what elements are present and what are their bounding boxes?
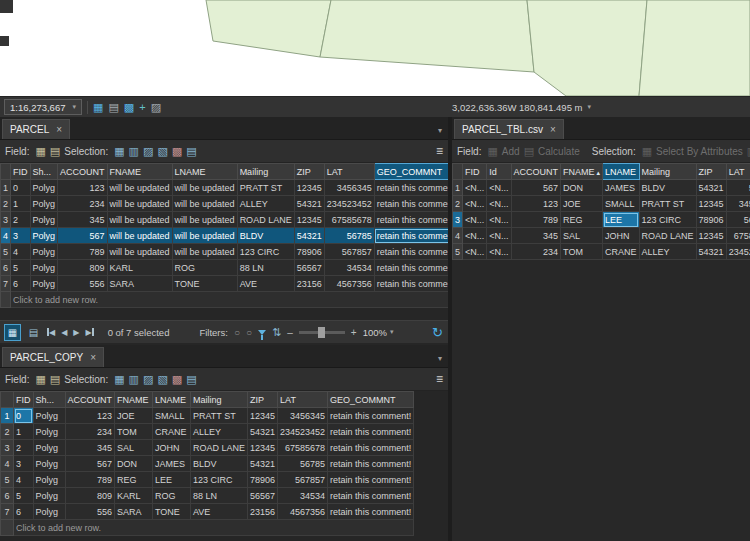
cell-LAT[interactable]: 56785 (278, 456, 328, 472)
column-header-LAT[interactable]: LAT (324, 164, 374, 180)
cell-LAT[interactable]: 3456345 (278, 408, 328, 424)
cell-LAT[interactable]: 67585678 (726, 228, 750, 244)
cell-LNAME[interactable]: SMALL (153, 408, 191, 424)
cell-Sh...[interactable]: Polyg (33, 456, 65, 472)
cell-ZIP[interactable]: 12345 (294, 180, 324, 196)
cell-FID[interactable]: <N... (463, 244, 487, 260)
cell-ZIP[interactable]: 56567 (248, 488, 278, 504)
table-menu-icon[interactable]: ≡ (436, 372, 443, 386)
column-header-LAT[interactable]: LAT (726, 164, 750, 180)
cell-ZIP[interactable]: 78906 (294, 244, 324, 260)
cell-LNAME[interactable]: TONE (153, 504, 191, 520)
cell-ZIP[interactable]: 12345 (696, 196, 726, 212)
cell-FID[interactable]: 6 (11, 276, 31, 292)
cell-Sh...[interactable]: Polyg (33, 504, 65, 520)
zoom-to-selection-icon[interactable]: ▥ (129, 374, 139, 385)
cell-Mailing[interactable]: PRATT ST (639, 196, 696, 212)
cell-LNAME[interactable]: CRANE (603, 244, 640, 260)
cell-LAT[interactable]: 234523452 (278, 424, 328, 440)
cell-FNAME[interactable]: SARA (115, 504, 153, 520)
zoom-level-dropdown[interactable]: 100% ▾ (363, 327, 394, 338)
cell-FNAME[interactable]: JOE (561, 196, 603, 212)
edit-filter-toggle-icon[interactable]: ○ (246, 327, 252, 338)
row-header[interactable]: 4 (1, 456, 14, 472)
cell-LNAME[interactable]: TONE (172, 276, 237, 292)
row-header[interactable]: 3 (1, 212, 11, 228)
cell-ACCOUNT[interactable]: 567 (58, 228, 108, 244)
cell-FNAME[interactable]: KARL (107, 260, 172, 276)
row-header[interactable]: 7 (1, 504, 14, 520)
cell-GEO_COMMNT[interactable]: retain this comment! (328, 456, 414, 472)
cell-LAT[interactable]: 4567356 (324, 276, 374, 292)
cell-ACCOUNT[interactable]: 567 (65, 456, 115, 472)
cell-Sh...[interactable]: Polyg (30, 276, 58, 292)
cell-LAT[interactable]: 34534 (278, 488, 328, 504)
parcel-polygon[interactable] (639, 0, 750, 96)
form-view-icon[interactable]: ▤ (26, 325, 41, 340)
copy-selection-icon[interactable]: ▤ (186, 374, 196, 385)
cell-GEO_COMMNT[interactable]: retain this comment! (328, 504, 414, 520)
cell-FID[interactable]: 3 (14, 456, 34, 472)
cell-ZIP[interactable]: 54321 (696, 180, 726, 196)
select-all-corner[interactable] (453, 164, 463, 180)
row-header[interactable]: 2 (453, 196, 463, 212)
cell-ACCOUNT[interactable]: 809 (65, 488, 115, 504)
map-view[interactable] (0, 0, 750, 96)
cell-LNAME[interactable]: will be updated (172, 228, 237, 244)
select-all-corner[interactable] (1, 392, 14, 408)
cell-ZIP[interactable]: 78906 (248, 472, 278, 488)
cell-LNAME[interactable]: will be updated (172, 196, 237, 212)
cell-LNAME[interactable]: ROG (153, 488, 191, 504)
cell-Sh...[interactable]: Polyg (33, 440, 65, 456)
column-header-LNAME[interactable]: LNAME (153, 392, 191, 408)
cell-ACCOUNT[interactable]: 123 (65, 408, 115, 424)
cell-LNAME[interactable]: LEE (603, 212, 640, 228)
grid-view-icon[interactable]: ▦ (93, 102, 103, 113)
cell-Mailing[interactable]: 123 CIRC (237, 244, 294, 260)
cell-Mailing[interactable]: BLDV (237, 228, 294, 244)
cell-ACCOUNT[interactable]: 123 (58, 180, 108, 196)
delete-selection-icon[interactable]: ▩ (172, 146, 182, 157)
row-header[interactable]: 3 (453, 212, 463, 228)
cell-LAT[interactable]: 56785 (324, 228, 374, 244)
column-header-Id[interactable]: Id (487, 164, 511, 180)
cell-LAT[interactable]: 234523452 (324, 196, 374, 212)
column-header-FNAME[interactable]: FNAME (115, 392, 153, 408)
select-by-attributes-icon[interactable]: ▦ (114, 374, 124, 385)
cell-Mailing[interactable]: 123 CIRC (191, 472, 248, 488)
cell-LAT[interactable]: 34534 (324, 260, 374, 276)
cell-Id[interactable]: <N... (487, 228, 511, 244)
cell-FNAME[interactable]: DON (561, 180, 603, 196)
cell-ACCOUNT[interactable]: 234 (65, 424, 115, 440)
parcel-polygon[interactable] (206, 0, 331, 57)
last-record-icon[interactable]: ▶ (85, 328, 93, 337)
cell-Sh...[interactable]: Polyg (33, 424, 65, 440)
select-by-attributes-icon[interactable]: ▦ (114, 146, 124, 157)
select-all-corner[interactable] (1, 164, 11, 180)
cell-FID[interactable]: 1 (14, 424, 34, 440)
cell-Mailing[interactable]: AVE (191, 504, 248, 520)
add-field-icon[interactable]: ▦ (35, 146, 45, 157)
parcel-polygon[interactable] (320, 0, 534, 72)
add-field-icon[interactable]: ▦ (35, 374, 45, 385)
cell-ACCOUNT[interactable]: 345 (65, 440, 115, 456)
table-view-icon[interactable]: ▦ (5, 325, 20, 340)
row-header[interactable]: 4 (453, 228, 463, 244)
cell-Mailing[interactable]: PRATT ST (191, 408, 248, 424)
cell-ZIP[interactable]: 23156 (294, 276, 324, 292)
cell-FNAME[interactable]: DON (115, 456, 153, 472)
cell-ACCOUNT[interactable]: 567 (511, 180, 561, 196)
column-header-ZIP[interactable]: ZIP (696, 164, 726, 180)
column-header-LNAME[interactable]: LNAME (172, 164, 237, 180)
switch-selection-icon[interactable]: ▨ (143, 146, 153, 157)
row-header[interactable]: 7 (1, 276, 11, 292)
cell-Sh...[interactable]: Polyg (30, 196, 58, 212)
next-record-icon[interactable]: ▶ (73, 328, 79, 337)
cell-FNAME[interactable]: REG (115, 472, 153, 488)
cell-Mailing[interactable]: BLDV (191, 456, 248, 472)
zoom-to-selection-icon[interactable]: ▥ (129, 146, 139, 157)
row-header[interactable]: 3 (1, 440, 14, 456)
cell-Mailing[interactable]: ROAD LANE (237, 212, 294, 228)
cell-Mailing[interactable]: PRATT ST (237, 180, 294, 196)
row-header[interactable]: 4 (1, 228, 11, 244)
